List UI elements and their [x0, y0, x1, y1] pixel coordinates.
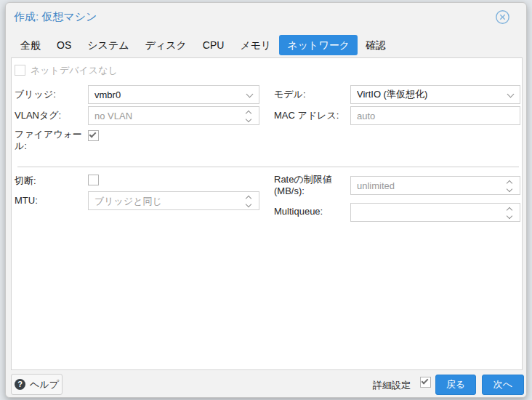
mac-field [350, 106, 520, 125]
mac-label: MAC アドレス: [274, 110, 339, 121]
mtu-input[interactable] [89, 192, 259, 209]
firewall-label: ファイアウォール: [15, 129, 86, 152]
vlan-spinner [88, 106, 259, 125]
multiqueue-label: Multiqueue: [274, 206, 323, 217]
no-net-device-checkbox[interactable] [15, 65, 25, 76]
spinner-down-icon[interactable] [246, 201, 251, 207]
check-icon [422, 377, 429, 385]
disconnect-label: 切断: [15, 175, 36, 187]
vlan-input[interactable] [89, 107, 259, 124]
tab-cpu[interactable]: CPU [195, 35, 233, 55]
chevron-down-icon[interactable] [508, 92, 513, 97]
network-form-panel: ネットデバイスなし ブリッジ: モデル: VLANタグ: MAC アドレス: フ… [11, 57, 523, 370]
vlan-label: VLANタグ: [15, 110, 61, 121]
multiqueue-spinner [350, 203, 520, 222]
tab-memory[interactable]: メモリ [232, 35, 279, 55]
tab-system[interactable]: システム [79, 35, 137, 55]
dialog-title: 作成: 仮想マシン [14, 10, 97, 24]
disconnect-checkbox[interactable] [88, 175, 99, 185]
firewall-checkbox[interactable] [88, 130, 99, 141]
rate-limit-label: Rateの制限値 (MB/s): [274, 174, 348, 197]
check-icon [89, 131, 97, 138]
create-vm-dialog: 作成: 仮想マシン 全般 OS システム ディスク CPU メモリ ネットワーク… [5, 2, 527, 398]
advanced-settings-label: 詳細設定 [373, 379, 411, 392]
rate-limit-input[interactable] [351, 177, 520, 194]
bridge-combobox [88, 85, 259, 104]
model-combobox [350, 85, 520, 104]
tab-disk[interactable]: ディスク [137, 35, 195, 55]
section-divider [17, 167, 519, 167]
tab-os[interactable]: OS [49, 35, 79, 55]
help-button-label: ヘルプ [30, 378, 59, 391]
close-icon[interactable] [495, 9, 510, 25]
model-input[interactable] [351, 86, 520, 103]
help-icon: ? [15, 379, 25, 390]
mac-input[interactable] [351, 107, 520, 124]
no-net-device-label: ネットデバイスなし [31, 65, 118, 76]
mtu-spinner [88, 191, 259, 210]
bridge-input[interactable] [89, 86, 259, 103]
spinner-down-icon[interactable] [246, 116, 251, 122]
chevron-down-icon[interactable] [247, 92, 252, 97]
bridge-label: ブリッジ: [15, 89, 56, 100]
advanced-settings-checkbox[interactable] [420, 377, 431, 388]
tab-general[interactable]: 全般 [12, 35, 49, 55]
back-button[interactable]: 戻る [435, 375, 476, 395]
tab-confirm[interactable]: 確認 [358, 35, 394, 55]
spinner-down-icon[interactable] [507, 213, 512, 219]
help-button[interactable]: ? ヘルプ [11, 374, 63, 395]
model-label: モデル: [274, 89, 306, 100]
spinner-down-icon[interactable] [507, 186, 512, 192]
rate-limit-spinner [350, 176, 520, 195]
mtu-label: MTU: [15, 195, 38, 207]
tab-network[interactable]: ネットワーク [279, 35, 358, 55]
dialog-tabbar: 全般 OS システム ディスク CPU メモリ ネットワーク 確認 [12, 35, 394, 55]
multiqueue-input[interactable] [351, 204, 520, 221]
next-button[interactable]: 次へ [482, 375, 524, 395]
